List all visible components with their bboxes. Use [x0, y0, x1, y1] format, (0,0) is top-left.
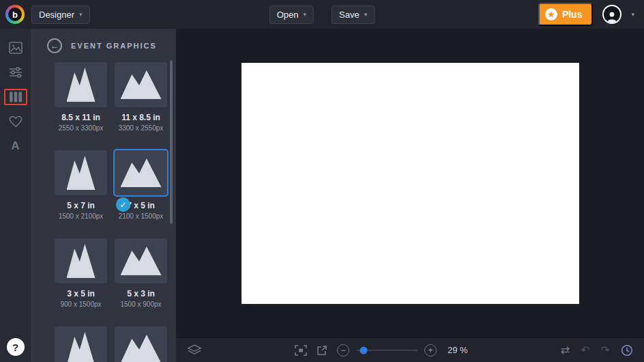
template-tile[interactable]: 3 x 5 in900 x 1500px	[55, 238, 107, 308]
undo-icon: ↶	[581, 344, 589, 356]
favorites-tool-button[interactable]	[0, 109, 31, 134]
open-button-label: Open	[277, 10, 299, 20]
fullscreen-preview-button[interactable]	[317, 345, 327, 356]
chevron-down-icon: ▾	[79, 12, 83, 18]
heart-icon	[9, 115, 23, 128]
compare-toggle-button[interactable]: ⇄	[561, 345, 570, 356]
panel-title: EVENT GRAPHICS	[71, 42, 157, 50]
image-icon	[9, 42, 23, 54]
bottom-toolbar: − + 29 % ⇄ ↶ ↷	[176, 337, 644, 362]
sliders-icon	[9, 66, 23, 79]
template-size-label: 11 x 8.5 in	[115, 113, 167, 122]
templates-tool-highlight	[4, 89, 27, 105]
mountain-icon	[67, 156, 96, 190]
mountain-icon	[67, 68, 96, 102]
template-pixels-label: 1500 x 900px	[115, 301, 167, 308]
template-size-label: 8.5 x 11 in	[55, 113, 107, 122]
mountain-icon	[121, 335, 162, 362]
mountain-icon	[121, 158, 162, 187]
template-thumbnail[interactable]	[55, 62, 107, 107]
swap-arrows-icon: ⇄	[561, 344, 570, 356]
left-tool-rail: A ?	[0, 29, 31, 362]
user-avatar[interactable]	[602, 5, 621, 24]
history-button[interactable]	[621, 344, 633, 357]
template-size-label: 3 x 5 in	[55, 289, 107, 298]
template-thumbnail[interactable]	[55, 326, 107, 362]
templates-panel: ← EVENT GRAPHICS 8.5 x 11 in2550 x 3300p…	[31, 29, 176, 362]
fit-screen-icon	[295, 345, 307, 356]
template-pixels-label: 1500 x 2100px	[55, 212, 107, 220]
redo-icon: ↷	[601, 344, 610, 356]
template-thumbnail[interactable]	[115, 326, 167, 362]
selected-check-icon: ✓	[116, 197, 130, 212]
template-tile[interactable]: 11 x 8.5 in3300 x 2550px	[115, 62, 167, 132]
designer-menu-button[interactable]: Designer ▾	[31, 5, 90, 24]
zoom-out-button[interactable]: −	[337, 344, 349, 357]
design-canvas[interactable]	[241, 63, 579, 304]
template-tile[interactable]: 8.5 x 11 in2550 x 3300px	[55, 62, 107, 132]
save-button-label: Save	[339, 10, 360, 20]
template-tile[interactable]: 5 x 3 in1500 x 900px	[115, 238, 167, 308]
template-grid: 8.5 x 11 in2550 x 3300px11 x 8.5 in3300 …	[55, 62, 176, 362]
template-size-label: 5 x 7 in	[55, 201, 107, 210]
undo-button[interactable]: ↶	[581, 345, 589, 356]
chevron-down-icon: ▾	[364, 12, 368, 18]
text-tool-button[interactable]: A	[0, 134, 31, 158]
designer-menu-label: Designer	[39, 10, 74, 20]
logo-letter: b	[8, 8, 22, 21]
columns-icon	[9, 92, 23, 102]
back-arrow-icon: ←	[50, 41, 59, 51]
zoom-slider-handle[interactable]	[360, 346, 367, 354]
template-thumbnail[interactable]	[115, 62, 167, 107]
back-button[interactable]: ←	[47, 38, 62, 53]
plus-upgrade-button[interactable]: ★ Plus	[538, 3, 594, 26]
plus-button-label: Plus	[562, 9, 583, 20]
top-bar: b Designer ▾ Open ▾ Save ▾ ★ Plus ▾	[0, 0, 644, 29]
save-button[interactable]: Save ▾	[332, 5, 375, 24]
plus-icon: +	[428, 346, 433, 354]
template-tile[interactable]: 5 x 7 in1500 x 2100px	[55, 150, 107, 220]
open-button[interactable]: Open ▾	[269, 5, 314, 24]
mountain-icon	[67, 244, 96, 278]
chevron-down-icon: ▾	[304, 12, 307, 18]
zoom-in-button[interactable]: +	[424, 344, 437, 357]
question-icon: ?	[12, 342, 18, 353]
template-thumbnail[interactable]	[55, 238, 107, 283]
template-tile[interactable]	[115, 326, 167, 362]
help-button[interactable]: ?	[7, 338, 25, 356]
template-pixels-label: 900 x 1500px	[55, 301, 107, 308]
photos-tool-button[interactable]	[0, 36, 31, 60]
template-tile[interactable]	[55, 326, 107, 362]
layers-icon	[187, 344, 202, 356]
template-thumbnail[interactable]: ✓	[115, 150, 167, 195]
template-size-label: 5 x 3 in	[115, 289, 167, 298]
redo-button[interactable]: ↷	[601, 345, 610, 356]
open-in-new-icon	[317, 345, 327, 356]
person-icon	[606, 11, 618, 23]
template-tile[interactable]: ✓7 x 5 in2100 x 1500px	[115, 150, 167, 220]
canvas-wrapper	[176, 29, 644, 337]
minus-icon: −	[340, 346, 345, 354]
mountain-icon	[121, 247, 162, 275]
template-pixels-label: 2550 x 3300px	[55, 124, 107, 132]
zoom-slider-track[interactable]	[356, 350, 418, 351]
star-icon: ★	[545, 8, 557, 20]
fit-to-screen-button[interactable]	[295, 345, 307, 356]
layers-button[interactable]	[187, 344, 202, 356]
text-tool-icon: A	[11, 139, 19, 153]
adjust-tool-button[interactable]	[0, 60, 31, 85]
app-logo[interactable]: b	[5, 5, 25, 24]
template-pixels-label: 3300 x 2550px	[115, 124, 167, 132]
zoom-percent-label: 29 %	[448, 345, 468, 355]
mountain-icon	[67, 332, 96, 362]
template-pixels-label: 2100 x 1500px	[115, 212, 167, 220]
template-thumbnail[interactable]	[115, 238, 167, 283]
panel-scrollbar[interactable]	[170, 60, 173, 224]
chevron-down-icon: ▾	[631, 12, 634, 18]
history-clock-icon	[621, 344, 633, 357]
mountain-icon	[121, 70, 162, 99]
canvas-area: − + 29 % ⇄ ↶ ↷	[176, 29, 644, 362]
templates-tool-button[interactable]	[0, 85, 31, 109]
template-thumbnail[interactable]	[55, 150, 107, 195]
